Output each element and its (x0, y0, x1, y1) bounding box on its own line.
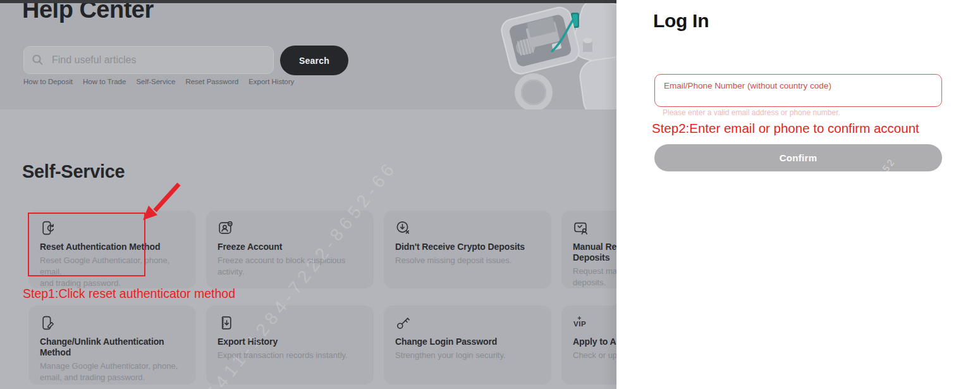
annotation-highlight-box (28, 213, 145, 276)
card-description: Export transaction records instantly. (217, 350, 362, 361)
vip-icon-label: VIP (573, 320, 586, 328)
top-header-edge (0, 0, 616, 3)
confirm-button[interactable]: Confirm (654, 144, 942, 171)
card-title: Didn't Receive Crypto Deposits (395, 242, 540, 252)
freeze-account-icon (217, 220, 233, 236)
quick-link-self-service[interactable]: Self-Service (136, 78, 175, 85)
hero-banner: Help Center Search How to Deposit How to… (0, 0, 616, 109)
quick-links: How to Deposit How to Trade Self-Service… (23, 78, 294, 85)
card-freeze-account[interactable]: Freeze Account Freeze account to block s… (206, 211, 374, 288)
annotation-arrow-icon (136, 176, 187, 226)
card-title: Change/Unlink Authentication Method (40, 337, 185, 358)
search-input[interactable] (23, 46, 274, 74)
quick-link-export-history[interactable]: Export History (248, 78, 294, 85)
phone-edit-icon (40, 315, 56, 331)
card-change-unlink-authentication[interactable]: Change/Unlink Authentication Method Mana… (28, 306, 196, 385)
section-title: Self-Service (22, 161, 125, 182)
help-center-page: Help Center Search How to Deposit How to… (0, 0, 980, 389)
validation-error-text: Please enter a valid email address or ph… (663, 108, 840, 117)
hero-3d-illustration (487, 0, 616, 109)
key-icon (395, 315, 411, 331)
card-description: Strengthen your login security. (395, 350, 540, 361)
vip-icon: VIP (573, 315, 591, 331)
manual-deposit-icon (573, 220, 589, 236)
quick-link-how-to-trade[interactable]: How to Trade (83, 78, 126, 85)
email-phone-input[interactable] (654, 74, 942, 107)
card-title: Change Login Password (395, 337, 540, 347)
search-button[interactable]: Search (280, 46, 348, 75)
quick-link-how-to-deposit[interactable]: How to Deposit (23, 78, 73, 85)
card-description: Resolve missing deposit issues. (395, 255, 540, 266)
card-title: Export History (217, 337, 362, 347)
step2-annotation: Step2:Enter email or phone to confirm ac… (652, 121, 919, 136)
card-didnt-receive-crypto-deposits[interactable]: Didn't Receive Crypto Deposits Resolve m… (384, 211, 551, 288)
login-panel: Log In Please enter a valid email addres… (616, 0, 980, 389)
login-title: Log In (653, 10, 709, 32)
card-export-history[interactable]: Export History Export transaction record… (206, 306, 374, 385)
card-change-login-password[interactable]: Change Login Password Strengthen your lo… (384, 306, 551, 385)
quick-link-reset-password[interactable]: Reset Password (185, 78, 238, 85)
card-title: Freeze Account (217, 242, 362, 252)
card-description: Manage Google Authenticator, phone, emai… (40, 361, 185, 383)
step1-annotation: Step1:Click reset authenticator method (23, 287, 235, 301)
deposit-missing-icon (395, 220, 411, 236)
export-history-icon (217, 315, 233, 331)
page-title: Help Center (22, 0, 154, 23)
card-description: Freeze account to block suspicious activ… (217, 255, 362, 278)
